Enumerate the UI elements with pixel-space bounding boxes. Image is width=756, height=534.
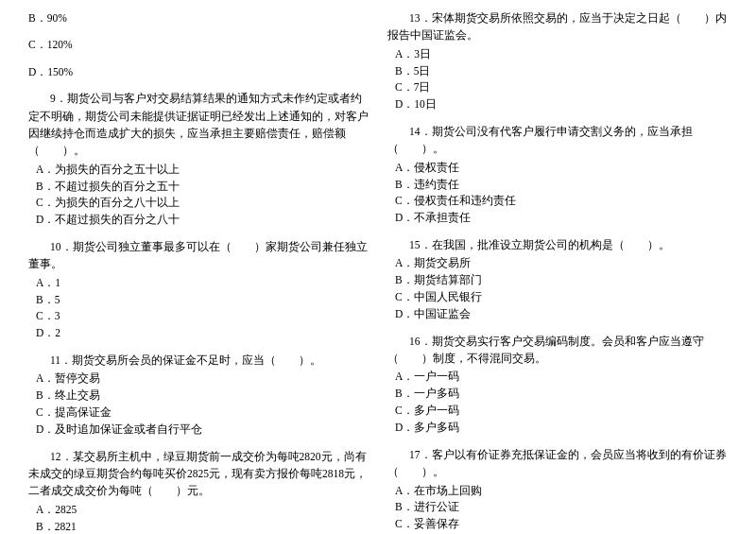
q12-text: 12．某交易所主机中，绿豆期货前一成交价为每吨2820元，尚有未成交的绿豆期货合… xyxy=(28,448,369,500)
q13-block: 13．宋体期货交易所依照交易的，应当于决定之日起（ ）内报告中国证监会。 A．3… xyxy=(387,9,728,113)
q-d150: D．150% xyxy=(28,63,369,80)
q-d150-text: D．150% xyxy=(28,63,369,80)
q13-options: A．3日 B．5日 C．7日 D．10日 xyxy=(387,46,728,113)
q16-block: 16．期货交易实行客户交易编码制度。会员和客户应当遵守（ ）制度，不得混同交易。… xyxy=(387,333,728,437)
q13-text: 13．宋体期货交易所依照交易的，应当于决定之日起（ ）内报告中国证监会。 xyxy=(387,9,728,44)
q13-d: D．10日 xyxy=(395,96,728,113)
q-c120-text: C．120% xyxy=(28,36,369,53)
columns: B．90% C．120% D．150% 9．期货公司与客户对交易结算结果的通知方… xyxy=(28,9,728,534)
q14-a: A．侵权责任 xyxy=(395,160,728,177)
q15-block: 15．在我国，批准设立期货公司的机构是（ ）。 A．期货交易所 B．期货结算部门… xyxy=(387,236,728,323)
q14-text: 14．期货公司没有代客户履行申请交割义务的，应当承担（ ）。 xyxy=(387,123,728,158)
q11-c: C．提高保证金 xyxy=(36,405,369,422)
q17-a: A．在市场上回购 xyxy=(395,483,728,500)
q11-options: A．暂停交易 B．终止交易 C．提高保证金 D．及时追加保证金或者自行平仓 xyxy=(28,370,369,438)
q15-options: A．期货交易所 B．期货结算部门 C．中国人民银行 D．中国证监会 xyxy=(387,255,728,322)
q11-a: A．暂停交易 xyxy=(36,370,369,388)
q-c120: C．120% xyxy=(28,36,369,53)
q14-c: C．侵权责任和违约责任 xyxy=(395,193,728,210)
q15-d: D．中国证监会 xyxy=(395,306,728,323)
q14-options: A．侵权责任 B．违约责任 C．侵权责任和违约责任 D．不承担责任 xyxy=(387,160,728,227)
q10-b: B．5 xyxy=(36,292,369,309)
q16-b: B．一户多码 xyxy=(395,386,728,403)
q10-block: 10．期货公司独立董事最多可以在（ ）家期货公司兼任独立董事。 A．1 B．5 … xyxy=(28,238,369,342)
q9-c: C．为损失的百分之八十以上 xyxy=(36,195,369,212)
q17-options: A．在市场上回购 B．进行公证 C．妥善保存 D．提交期货交易所 xyxy=(387,483,728,534)
q10-d: D．2 xyxy=(36,325,369,342)
q17-block: 17．客户以有价证券充抵保证金的，会员应当将收到的有价证券（ ）。 A．在市场上… xyxy=(387,446,728,534)
right-column: 13．宋体期货交易所依照交易的，应当于决定之日起（ ）内报告中国证监会。 A．3… xyxy=(387,9,728,534)
page-content: B．90% C．120% D．150% 9．期货公司与客户对交易结算结果的通知方… xyxy=(28,9,728,534)
q17-b: B．进行公证 xyxy=(395,499,728,516)
q13-a: A．3日 xyxy=(395,46,728,63)
q9-d: D．不超过损失的百分之八十 xyxy=(36,212,369,229)
q10-text: 10．期货公司独立董事最多可以在（ ）家期货公司兼任独立董事。 xyxy=(28,238,369,273)
q9-a: A．为损失的百分之五十以上 xyxy=(36,162,369,179)
q15-a: A．期货交易所 xyxy=(395,255,728,272)
q-b90-text: B．90% xyxy=(28,9,369,26)
q16-options: A．一户一码 B．一户多码 C．多户一码 D．多户多码 xyxy=(387,369,728,436)
q12-options: A．2825 B．2821 C．2820 D．2818 xyxy=(28,502,369,534)
q13-c: C．7日 xyxy=(395,79,728,96)
q17-text: 17．客户以有价证券充抵保证金的，会员应当将收到的有价证券（ ）。 xyxy=(387,446,728,481)
q15-text: 15．在我国，批准设立期货公司的机构是（ ）。 xyxy=(387,236,728,253)
q11-text: 11．期货交易所会员的保证金不足时，应当（ ）。 xyxy=(28,352,369,369)
q15-b: B．期货结算部门 xyxy=(395,272,728,289)
q10-options: A．1 B．5 C．3 D．2 xyxy=(28,275,369,342)
q12-a: A．2825 xyxy=(36,502,369,519)
left-column: B．90% C．120% D．150% 9．期货公司与客户对交易结算结果的通知方… xyxy=(28,9,369,534)
q13-b: B．5日 xyxy=(395,63,728,80)
q12-b: B．2821 xyxy=(36,519,369,534)
q9-b: B．不超过损失的百分之五十 xyxy=(36,179,369,196)
q11-d: D．及时追加保证金或者自行平仓 xyxy=(36,422,369,439)
q9-block: 9．期货公司与客户对交易结算结果的通知方式未作约定或者约定不明确，期货公司未能提… xyxy=(28,90,369,229)
q17-c: C．妥善保存 xyxy=(395,516,728,533)
q14-block: 14．期货公司没有代客户履行申请交割义务的，应当承担（ ）。 A．侵权责任 B．… xyxy=(387,123,728,227)
q9-options: A．为损失的百分之五十以上 B．不超过损失的百分之五十 C．为损失的百分之八十以… xyxy=(28,162,369,229)
q11-block: 11．期货交易所会员的保证金不足时，应当（ ）。 A．暂停交易 B．终止交易 C… xyxy=(28,352,369,439)
q16-a: A．一户一码 xyxy=(395,369,728,386)
q14-d: D．不承担责任 xyxy=(395,210,728,227)
q10-c: C．3 xyxy=(36,308,369,325)
q15-c: C．中国人民银行 xyxy=(395,289,728,306)
q11-b: B．终止交易 xyxy=(36,388,369,405)
q16-text: 16．期货交易实行客户交易编码制度。会员和客户应当遵守（ ）制度，不得混同交易。 xyxy=(387,333,728,368)
q9-text: 9．期货公司与客户对交易结算结果的通知方式未作约定或者约定不明确，期货公司未能提… xyxy=(28,90,369,160)
q12-block: 12．某交易所主机中，绿豆期货前一成交价为每吨2820元，尚有未成交的绿豆期货合… xyxy=(28,448,369,534)
q16-d: D．多户多码 xyxy=(395,420,728,437)
q16-c: C．多户一码 xyxy=(395,403,728,420)
q10-a: A．1 xyxy=(36,275,369,292)
q14-b: B．违约责任 xyxy=(395,177,728,194)
q-b90: B．90% xyxy=(28,9,369,26)
